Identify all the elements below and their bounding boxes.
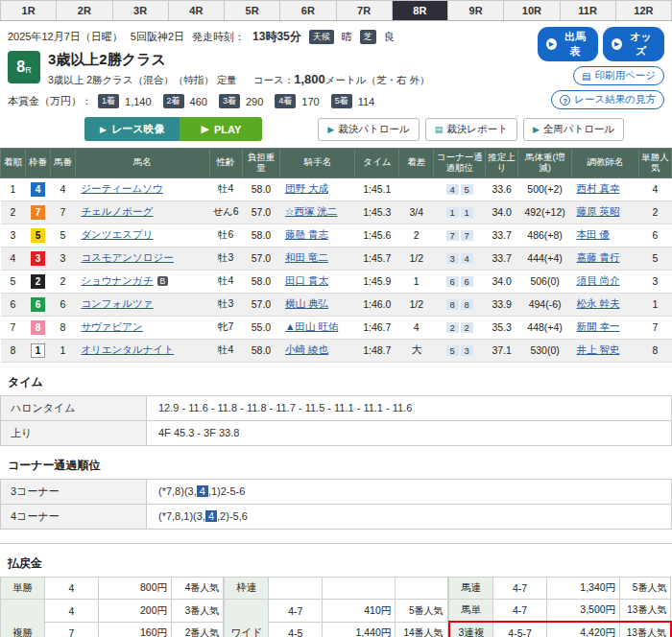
race-tab-6r[interactable]: 6R [280, 1, 336, 20]
horse-link[interactable]: コンフォルツァ [81, 297, 153, 309]
sex-age: 牡6 [209, 224, 242, 247]
agari-times: 4F 45.3 - 3F 33.8 [147, 420, 672, 445]
print-page-button[interactable]: ▤印刷用ページ [573, 66, 664, 85]
jockey-link[interactable]: 団野 大成 [285, 182, 328, 194]
play-button[interactable]: ▶PLAY [180, 117, 262, 141]
race-tab-5r[interactable]: 5R [225, 1, 280, 20]
race-tab-7r[interactable]: 7R [337, 1, 393, 20]
race-tab-4r[interactable]: 4R [169, 1, 225, 20]
time-section-title: タイム [8, 374, 664, 390]
carried-weight: 58.0 [242, 270, 280, 293]
jockey-link[interactable]: 田口 貫太 [285, 274, 328, 286]
race-results-table: 着順 枠番 馬番 馬名 性齢 負担重量 騎手名 タイム 着差 コーナー通過順位 … [0, 148, 672, 363]
frame-badge: 3 [31, 251, 45, 266]
race-tab-11r[interactable]: 11R [561, 1, 616, 20]
race-tab-3r[interactable]: 3R [113, 1, 169, 20]
trainer-link[interactable]: 新開 幸一 [577, 320, 620, 332]
results-guide-button[interactable]: ?レース結果の見方 [551, 90, 664, 109]
course-detail: （芝・右 外） [366, 74, 429, 85]
trainer-link[interactable]: 西村 真幸 [577, 182, 620, 194]
horse-link[interactable]: チェルノボーグ [81, 205, 153, 217]
race-tab-10r[interactable]: 10R [504, 1, 560, 20]
payout-amount: 1,440円 [323, 622, 396, 637]
jockey-link[interactable]: ☆西塚 洸二 [285, 205, 337, 217]
stewards-patrol-button[interactable]: ▶裁決パトロール [318, 118, 419, 141]
payout-popularity: 13番人気 [620, 622, 671, 637]
prize-label: 本賞金（万円）： [8, 94, 92, 108]
corner-positions: 34 [434, 247, 486, 270]
race-title: 3歳以上2勝クラス [48, 51, 429, 69]
horse-link[interactable]: オリエンタルナイト [81, 343, 174, 355]
jockey-link[interactable]: 横山 典弘 [285, 297, 328, 309]
odds-button[interactable]: ▶オッズ [603, 27, 664, 61]
trainer-link[interactable]: 嘉藤 貴行 [577, 251, 620, 263]
payout-type: 単勝 [1, 577, 45, 600]
corner-positions: 66 [434, 270, 486, 293]
horse-link[interactable]: ダンツエスプリ [81, 228, 153, 240]
trainer-link[interactable]: 須貝 尚介 [577, 274, 620, 286]
col-horse-name: 馬名 [75, 149, 209, 178]
report-icon: ▤ [435, 125, 444, 134]
race-video-button[interactable]: ▶レース映像 [84, 117, 180, 141]
horse-link[interactable]: ジーティームソウ [81, 182, 162, 194]
carried-weight: 58.0 [242, 224, 280, 247]
prize-money-line: 本賞金（万円）： 1着1,140 2着460 3着290 4着170 5着114 [8, 87, 538, 112]
patrol-icon: ▶ [327, 125, 334, 134]
winner-number-highlight: 4 [197, 485, 208, 497]
table-row: 8 1 1 オリエンタルナイト 牡4 58.0 小崎 綾也 1:48.7 大 5… [1, 339, 672, 362]
col-favorite: 単勝人気 [638, 149, 671, 178]
stewards-report-button[interactable]: ▤裁決レポート [425, 118, 517, 141]
finish-time: 1:45.9 [355, 270, 399, 293]
race-tab-2r[interactable]: 2R [57, 1, 112, 20]
corner-table: 3コーナー (*7,8)(3,4,1)2-5-6 4コーナー (*7,8,1)(… [0, 479, 672, 530]
jockey-link[interactable]: 小崎 綾也 [285, 343, 328, 355]
col-frame: 枠番 [25, 149, 50, 178]
turf-value: 良 [384, 30, 395, 44]
prize-amount: 290 [246, 96, 263, 107]
horse-weight: 494(-6) [518, 293, 572, 316]
race-tab-8r[interactable]: 8R [393, 1, 448, 20]
sex-age: 牡4 [209, 270, 242, 293]
margin [399, 177, 434, 201]
course-distance: 1,800 [294, 72, 325, 86]
win-favorite: 5 [638, 247, 671, 270]
race-tab-9r[interactable]: 9R [448, 1, 504, 20]
jockey-link[interactable]: 和田 竜二 [285, 251, 328, 263]
margin: 1/2 [399, 293, 434, 316]
prize-amount: 1,140 [125, 96, 152, 107]
payout-row-tansho: 単勝 4 800円 4番人気 [1, 577, 224, 600]
payout-amount: 800円 [99, 577, 172, 600]
table-row: 3 5 5 ダンツエスプリ 牡6 58.0 藤懸 貴志 1:45.6 2 77 … [1, 224, 672, 247]
last-3f: 33.7 [486, 247, 518, 270]
carried-weight: 57.0 [242, 247, 280, 270]
sex-age: せん6 [209, 201, 242, 224]
trainer-link[interactable]: 本田 優 [577, 228, 610, 240]
last-3f: 37.1 [486, 339, 518, 362]
trainer-link[interactable]: 井上 智史 [577, 343, 620, 355]
win-favorite: 8 [638, 339, 671, 362]
carried-weight: 58.0 [242, 339, 280, 362]
last-3f: 34.0 [486, 201, 518, 224]
trainer-link[interactable]: 松永 幹夫 [577, 297, 620, 309]
corner-positions: 53 [434, 339, 486, 362]
jockey-link[interactable]: ▲田山 旺佑 [285, 320, 338, 332]
table-row: 2 7 7 チェルノボーグ せん6 57.0 ☆西塚 洸二 1:45.3 3/4… [1, 201, 672, 224]
trainer-link[interactable]: 藤原 英昭 [577, 205, 620, 217]
horse-number: 8 [50, 316, 75, 339]
horse-link[interactable]: コスモアンソロジー [81, 251, 173, 263]
horse-link[interactable]: ショウナンガチ [81, 274, 153, 286]
col-margin: 着差 [399, 149, 434, 178]
entries-button[interactable]: ▶出馬表 [538, 27, 598, 61]
race-tab-1r[interactable]: 1R [0, 1, 57, 20]
horse-link[interactable]: サヴァビアン [81, 320, 142, 332]
full-patrol-button[interactable]: ▶全周パトロール [523, 118, 624, 141]
horse-number: 6 [50, 293, 75, 316]
time-table: ハロンタイム 12.9 - 11.6 - 11.8 - 11.8 - 11.7 … [0, 395, 672, 446]
race-header-area: 2025年12月7日（日曜） 5回阪神2日 発走時刻： 13時35分 天候 晴 … [0, 21, 672, 114]
start-time-label: 発走時刻： [192, 30, 245, 44]
race-tab-12r[interactable]: 12R [616, 1, 672, 20]
col-sex-age: 性齢 [209, 149, 242, 178]
jockey-link[interactable]: 藤懸 貴志 [285, 228, 328, 240]
col-finish: 着順 [1, 149, 26, 178]
payout-popularity: 4番人気 [172, 577, 224, 600]
